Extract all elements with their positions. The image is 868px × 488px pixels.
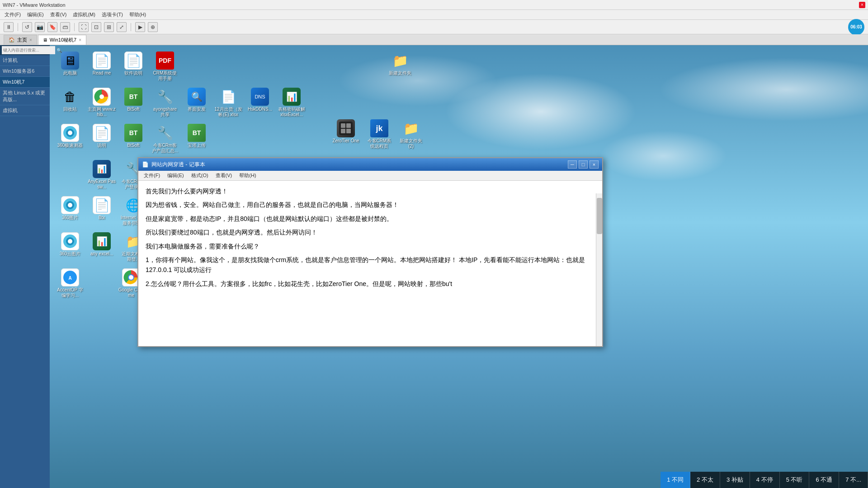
feedback-btn-2[interactable]: 2 不太: [690, 472, 720, 488]
icon-accentop[interactable]: A AccentOP 字编学习...: [54, 267, 86, 300]
sidebar-item-win10vm7[interactable]: Win10机7: [0, 77, 50, 88]
svg-point-13: [68, 203, 72, 207]
feedback-btn-5[interactable]: 5 不听: [780, 472, 810, 488]
icon-360disk[interactable]: 360图片: [54, 194, 86, 222]
svg-rect-9: [341, 129, 345, 133]
icon-ayong[interactable]: 🔧 ayongshare 共享: [149, 86, 181, 119]
icon-recycle-label: 回收站: [63, 107, 77, 112]
icon-btsoft1[interactable]: BT BtSoft: [118, 86, 149, 114]
icon-dec-sales[interactable]: 📄 12月出货（发帐(E).xlsx: [212, 86, 244, 119]
icon-computer[interactable]: 🖥 此电脑: [54, 50, 86, 78]
feedback-btn-4[interactable]: 4 不停: [750, 472, 780, 488]
icon-360browser[interactable]: 360极速测器: [54, 122, 86, 150]
tab-home-icon: 🏠: [9, 37, 15, 43]
content-line-2: 因为想省钱，安全。网站自己做主，用自己的服务器，也就是自己的电脑，当网站服务器！: [146, 200, 595, 210]
tab-home-close[interactable]: ×: [29, 38, 32, 42]
icon-excel-pwd[interactable]: 📊 表格密码破解xlsxExcel...: [276, 86, 307, 119]
icon-jk-crm-label: 今客CRM系统远程页: [365, 138, 393, 149]
sidebar-item-computer[interactable]: 计算机: [0, 55, 50, 66]
icon-bt-upload-label: 宝塔上传: [188, 143, 206, 148]
icon-explain[interactable]: 📄 说明: [86, 122, 118, 150]
notepad-menu-format[interactable]: 格式(O): [188, 171, 212, 180]
icon-btsoft1-label: BtSoft: [127, 107, 139, 112]
icon-360cloud[interactable]: 360云图片: [54, 230, 86, 258]
fit-btn[interactable]: ⊡: [91, 22, 101, 32]
ayong-icon-img: 🔧: [156, 88, 174, 106]
menu-help[interactable]: 帮助(H): [127, 10, 149, 19]
icon-crm-manual[interactable]: PDF CRM系统使用手册: [149, 50, 181, 83]
notepad-maximize-btn[interactable]: □: [579, 160, 588, 169]
svg-point-21: [129, 275, 133, 280]
dec-sales-icon-img: 📄: [219, 88, 237, 106]
menu-edit[interactable]: 编辑(E): [24, 10, 47, 19]
stretch-btn[interactable]: ⤢: [117, 22, 127, 32]
sidebar-item-linux[interactable]: 其他 Linux 5.x 或更高版...: [0, 88, 50, 105]
vmware-close-btn[interactable]: ×: [859, 2, 865, 8]
menu-tabs[interactable]: 选项卡(T): [99, 10, 126, 19]
explain-icon-img: 📄: [93, 124, 111, 142]
icon-new-folder1[interactable]: 📁 新建文件夹: [384, 50, 416, 78]
sidebar-item-virtual[interactable]: 虚拟机: [0, 105, 50, 116]
crm-mgr-icon-img: 🔧: [156, 124, 174, 142]
tab-win10-close[interactable]: ×: [79, 38, 81, 42]
360cloud-svg: [62, 234, 78, 249]
fullscreen-btn[interactable]: ⛶: [79, 22, 89, 32]
restore-btn[interactable]: ↺: [22, 22, 32, 32]
menu-view[interactable]: 查看(V): [47, 10, 70, 19]
icon-anyexcel2[interactable]: 📊 any excel...: [86, 230, 118, 258]
tab-win10[interactable]: 🖥 Win10秘机7 ×: [38, 35, 86, 45]
icon-software[interactable]: 📄 软件说明: [118, 50, 149, 78]
icon-anyexcel[interactable]: 📊 AnyExcel Passw...: [86, 158, 118, 192]
view-btn[interactable]: ⊕: [148, 22, 158, 32]
icon-new-folder2[interactable]: 📁 新建文件夹(2): [395, 117, 427, 151]
feedback-btn-7[interactable]: 7 不...: [839, 472, 868, 488]
scrollbar-track[interactable]: [596, 193, 602, 346]
feedback-btn-3[interactable]: 3 补贴: [720, 472, 750, 488]
zerotier-icon-img: [337, 119, 355, 137]
search-icon[interactable]: 🔍: [57, 48, 62, 53]
icon-jk-crm[interactable]: jk 今客CRM系统远程页: [363, 117, 395, 151]
menu-file[interactable]: 文件(F): [2, 10, 24, 19]
icon-new-folder1-label: 新建文件夹: [389, 70, 411, 76]
notepad-window: 📄 网站内网穿透 - 记事本 ─ □ × 文件(F) 编辑(E) 格式(O) 查…: [137, 157, 603, 347]
icon-month-sales[interactable]: 🔍 界面安发: [181, 86, 212, 114]
icon-zerotier[interactable]: ZeroTier One: [330, 117, 362, 145]
tab-home[interactable]: 🏠 主页 ×: [4, 35, 37, 45]
notepad-menu-edit[interactable]: 编辑(E): [164, 171, 188, 180]
notepad-content-area[interactable]: 首先我们为什么要内网穿透！ 因为想省钱，安全。网站自己做主，用自己的服务器，也就…: [138, 181, 602, 346]
notepad-minimize-btn[interactable]: ─: [568, 160, 577, 169]
icon-bt-upload[interactable]: BT 宝塔上传: [181, 122, 212, 150]
icon-btsoft2-label: BtSoft: [127, 143, 139, 148]
icon-browser-home-label: 主页网 www.zhib...: [88, 107, 116, 117]
360browser-icon-img: [61, 124, 79, 142]
icon-btx[interactable]: 📄 Btx: [86, 194, 118, 222]
terminal-btn[interactable]: ▶: [135, 22, 145, 32]
icon-btx-label: Btx: [99, 215, 105, 221]
icon-btsoft2[interactable]: BT BtSoft: [118, 122, 149, 150]
scrollbar-thumb[interactable]: [597, 198, 602, 234]
icon-readme[interactable]: 📄 Read me: [86, 50, 118, 78]
icon-hkdns[interactable]: DNS HskDDNS...: [244, 86, 276, 114]
notepad-menu-file[interactable]: 文件(F): [140, 171, 164, 180]
snapshot2-btn[interactable]: 🔖: [47, 22, 57, 32]
feedback-btn-6[interactable]: 6 不通: [809, 472, 839, 488]
icon-readme-label: Read me: [93, 70, 111, 76]
feedback-btn-1[interactable]: 1 不同: [660, 472, 690, 488]
snapshot-btn[interactable]: 📷: [35, 22, 45, 32]
sidebar-item-win10server[interactable]: Win10服务器6: [0, 66, 50, 77]
tab-win10-label: Win10秘机7: [50, 37, 76, 43]
crm-manual-icon-img: PDF: [156, 52, 174, 70]
snapshot3-btn[interactable]: 🗃: [60, 22, 70, 32]
pause-btn[interactable]: ⏸: [4, 22, 14, 32]
notepad-menu-help[interactable]: 帮助(H): [236, 171, 259, 180]
icon-recycle[interactable]: 🗑 回收站: [54, 86, 86, 114]
accentop-icon-img: A: [61, 268, 79, 286]
sidebar-search-input[interactable]: [2, 46, 55, 54]
menu-vm[interactable]: 虚拟机(M): [70, 10, 98, 19]
icon-crm-mgr[interactable]: 🔧 今客CRm客户产品汇总...: [149, 122, 181, 155]
unity-btn[interactable]: ⊞: [104, 22, 114, 32]
notepad-menu-view[interactable]: 查看(V): [212, 171, 236, 180]
icon-anyexcel2-label: any excel...: [90, 251, 113, 257]
icon-browser-home[interactable]: 主页网 www.zhib...: [86, 86, 118, 119]
notepad-close-btn[interactable]: ×: [590, 160, 599, 169]
